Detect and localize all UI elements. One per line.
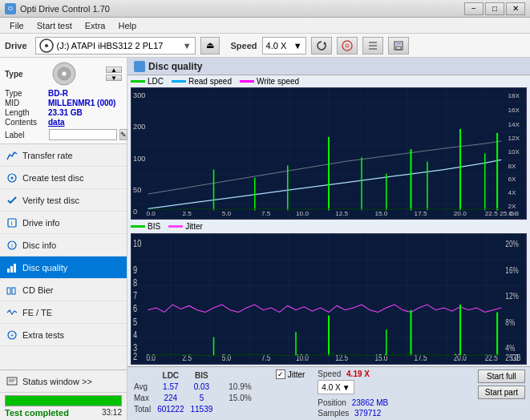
sidebar-item-fe-te[interactable]: FE / TE bbox=[0, 301, 127, 324]
nav-label-drive-info: Drive info bbox=[22, 218, 59, 228]
samples-label: Samples bbox=[318, 409, 349, 418]
speed-col-label: Speed bbox=[318, 370, 341, 378]
svg-text:10X: 10X bbox=[508, 148, 520, 155]
svg-text:10.0: 10.0 bbox=[296, 210, 309, 217]
svg-rect-21 bbox=[10, 266, 13, 273]
write-speed-legend-color bbox=[240, 80, 254, 83]
cd-bier-icon bbox=[6, 285, 18, 296]
svg-text:12.5: 12.5 bbox=[335, 210, 348, 217]
transfer-rate-icon bbox=[6, 150, 18, 161]
close-button[interactable]: ✕ bbox=[506, 2, 525, 15]
status-window-button[interactable]: Status window >> bbox=[0, 370, 127, 393]
stats-table: LDC BIS Avg 1.57 0.03 10.9% Max 224 5 bbox=[132, 370, 265, 416]
svg-text:12%: 12% bbox=[505, 291, 519, 301]
svg-text:8X: 8X bbox=[508, 163, 516, 170]
start-part-button[interactable]: Start part bbox=[478, 386, 525, 399]
sidebar-item-verify-test-disc[interactable]: Verify test disc bbox=[0, 189, 127, 212]
drive-dropdown-arrow: ▼ bbox=[183, 41, 192, 50]
svg-text:100: 100 bbox=[133, 155, 145, 163]
avg-jitter-val: 10.9% bbox=[229, 382, 256, 392]
svg-rect-24 bbox=[12, 288, 15, 294]
max-jitter-val: 15.0% bbox=[229, 394, 256, 403]
svg-point-3 bbox=[342, 41, 352, 50]
type-label: Type bbox=[5, 89, 47, 98]
sidebar-item-transfer-rate[interactable]: Transfer rate bbox=[0, 144, 127, 167]
svg-text:10.0: 10.0 bbox=[296, 353, 309, 362]
disc-quality-header-icon bbox=[134, 61, 145, 72]
disc-info-icon: i bbox=[6, 240, 18, 251]
length-value: 23.31 GB bbox=[48, 108, 83, 117]
sidebar-item-disc-info[interactable]: i Disc info bbox=[0, 234, 127, 256]
svg-text:4%: 4% bbox=[505, 343, 515, 353]
sidebar-item-disc-quality[interactable]: Disc quality bbox=[0, 256, 127, 279]
maximize-button[interactable]: □ bbox=[485, 2, 504, 15]
svg-text:8: 8 bbox=[133, 277, 137, 288]
ldc-legend-label: LDC bbox=[148, 77, 164, 86]
avg-ldc: 1.57 bbox=[157, 382, 188, 392]
minimize-button[interactable]: − bbox=[464, 2, 483, 15]
settings-button[interactable] bbox=[362, 37, 383, 55]
svg-rect-27 bbox=[7, 378, 17, 385]
disc-quality-title: Disc quality bbox=[148, 61, 202, 72]
read-speed-legend-color bbox=[172, 80, 186, 83]
jitter-checkbox[interactable]: ✓ bbox=[276, 370, 285, 379]
svg-rect-6 bbox=[369, 45, 377, 46]
drive-value: (J:) ATAPI iHBS312 2 PL17 bbox=[57, 41, 180, 50]
disc-panel-down[interactable]: ▼ bbox=[106, 75, 122, 81]
svg-text:4: 4 bbox=[133, 329, 137, 340]
menu-extra[interactable]: Extra bbox=[79, 19, 112, 32]
svg-rect-23 bbox=[7, 288, 10, 294]
top-chart-svg: 300 200 100 50 0 18X 16X 14X 12X 10X 8X … bbox=[131, 88, 526, 219]
eject-button[interactable]: ⏏ bbox=[200, 37, 220, 55]
nav-label-disc-quality: Disc quality bbox=[22, 263, 67, 273]
bottom-sidebar: Status window >> Test completed 33:12 bbox=[0, 370, 127, 420]
contents-value[interactable]: data bbox=[48, 118, 65, 127]
sidebar-item-cd-bier[interactable]: CD Bier bbox=[0, 279, 127, 301]
drive-selector[interactable]: (J:) ATAPI iHBS312 2 PL17 ▼ bbox=[35, 37, 196, 55]
sidebar-item-drive-info[interactable]: i Drive info bbox=[0, 212, 127, 234]
label-edit-button[interactable]: ✎ bbox=[119, 129, 127, 140]
svg-text:4X: 4X bbox=[508, 189, 516, 196]
nav-label-disc-info: Disc info bbox=[22, 240, 56, 250]
svg-rect-9 bbox=[396, 42, 401, 45]
disc-panel-up[interactable]: ▲ bbox=[106, 67, 122, 73]
position-label: Position bbox=[318, 398, 346, 407]
nav-label-create-test-disc: Create test disc bbox=[22, 173, 83, 183]
svg-text:22.5: 22.5 bbox=[485, 210, 498, 217]
sidebar-item-create-test-disc[interactable]: Create test disc bbox=[0, 167, 127, 189]
progress-bar-outer bbox=[5, 395, 122, 406]
extra-tests-icon: + bbox=[6, 329, 18, 341]
settings-icon bbox=[367, 40, 378, 51]
svg-text:5.0: 5.0 bbox=[222, 353, 231, 362]
start-full-button[interactable]: Start full bbox=[478, 370, 525, 383]
svg-text:5: 5 bbox=[133, 316, 137, 327]
fe-te-icon bbox=[6, 307, 18, 318]
progress-area: Test completed 33:12 bbox=[0, 393, 127, 420]
menu-bar: File Start test Extra Help bbox=[0, 18, 530, 34]
sidebar-item-extra-tests[interactable]: + Extra tests bbox=[0, 324, 127, 346]
speed-value: 4.0 X bbox=[266, 41, 293, 50]
disc-quality-icon bbox=[6, 262, 18, 273]
nav-label-extra-tests: Extra tests bbox=[22, 330, 64, 340]
status-text: Test completed bbox=[5, 408, 69, 418]
speed-selector[interactable]: 4.0 X ▼ bbox=[262, 37, 306, 55]
save-button[interactable] bbox=[388, 37, 409, 55]
svg-text:15.0: 15.0 bbox=[374, 353, 387, 362]
label-input[interactable] bbox=[49, 129, 117, 140]
disc-button[interactable] bbox=[337, 37, 358, 55]
write-speed-legend-label: Write speed bbox=[257, 77, 299, 86]
nav-label-fe-te: FE / TE bbox=[22, 308, 52, 317]
samples-val: 379712 bbox=[354, 409, 381, 418]
speed-select-display[interactable]: 4.0 X ▼ bbox=[318, 380, 354, 394]
svg-rect-22 bbox=[14, 264, 16, 273]
menu-help[interactable]: Help bbox=[111, 19, 143, 32]
menu-file[interactable]: File bbox=[3, 19, 30, 32]
refresh-icon bbox=[316, 40, 327, 51]
refresh-button[interactable] bbox=[311, 37, 332, 55]
mid-label: MID bbox=[5, 99, 47, 107]
svg-point-15 bbox=[11, 176, 14, 179]
ldc-col-header: LDC bbox=[157, 371, 188, 381]
svg-text:i: i bbox=[11, 220, 13, 227]
svg-text:0.0: 0.0 bbox=[146, 210, 156, 217]
menu-start-test[interactable]: Start test bbox=[30, 19, 79, 32]
